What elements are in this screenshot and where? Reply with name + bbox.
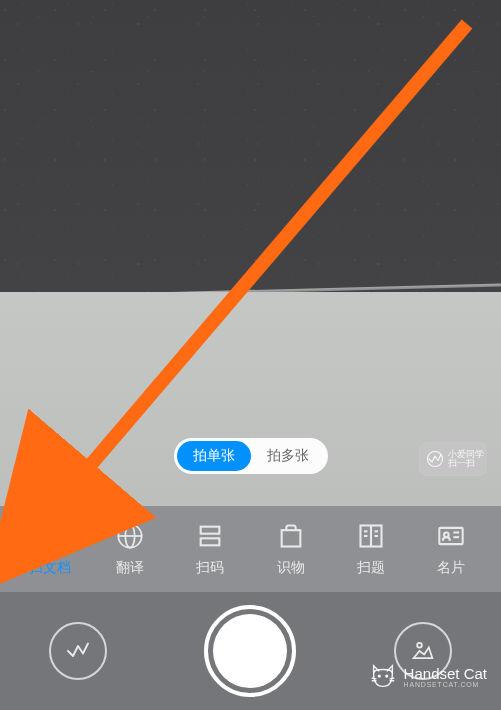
xiaoai-scan-badge[interactable]: 小爱同学 扫一扫 (419, 442, 487, 476)
svg-rect-10 (281, 530, 300, 546)
camera-viewfinder: 拍单张 拍多张 小爱同学 扫一扫 (0, 0, 501, 506)
card-icon (436, 521, 466, 551)
bottom-controls (0, 592, 501, 710)
mode-label: 名片 (437, 559, 465, 577)
xiaoai-label: 小爱同学 扫一扫 (448, 450, 484, 468)
mode-label: 翻译 (116, 559, 144, 577)
mode-question[interactable]: 扫题 (341, 521, 401, 577)
scan-icon (195, 521, 225, 551)
mode-label: 扫文档 (29, 559, 71, 577)
single-shot-option[interactable]: 拍单张 (177, 441, 251, 471)
mode-identify[interactable]: 识物 (261, 521, 321, 577)
mode-selector-bar: 扫文档 翻译 扫码 识物 (0, 506, 501, 592)
mode-label: 扫码 (196, 559, 224, 577)
multi-shot-option[interactable]: 拍多张 (251, 441, 325, 471)
svg-rect-8 (201, 527, 220, 534)
xiaoai-button[interactable] (49, 622, 107, 680)
svg-rect-17 (439, 528, 462, 544)
document-icon (35, 521, 65, 551)
svg-point-21 (417, 643, 422, 648)
cat-icon (368, 662, 398, 692)
book-icon (356, 521, 386, 551)
svg-rect-9 (201, 538, 220, 545)
shot-mode-toggle: 拍单张 拍多张 (174, 438, 328, 474)
mode-document[interactable]: 扫文档 (20, 521, 80, 577)
globe-icon (115, 521, 145, 551)
svg-point-22 (378, 675, 380, 677)
mode-scan[interactable]: 扫码 (180, 521, 240, 577)
watermark-subtitle: HANDSETCAT.COM (404, 681, 487, 688)
svg-point-23 (385, 675, 387, 677)
xiaoai-icon (426, 450, 444, 468)
watermark: Handset Cat HANDSETCAT.COM (368, 662, 487, 692)
shutter-button[interactable] (204, 605, 296, 697)
mode-translate[interactable]: 翻译 (100, 521, 160, 577)
watermark-title: Handset Cat (404, 666, 487, 681)
bag-icon (276, 521, 306, 551)
mode-card[interactable]: 名片 (421, 521, 481, 577)
mode-label: 识物 (277, 559, 305, 577)
mode-label: 扫题 (357, 559, 385, 577)
